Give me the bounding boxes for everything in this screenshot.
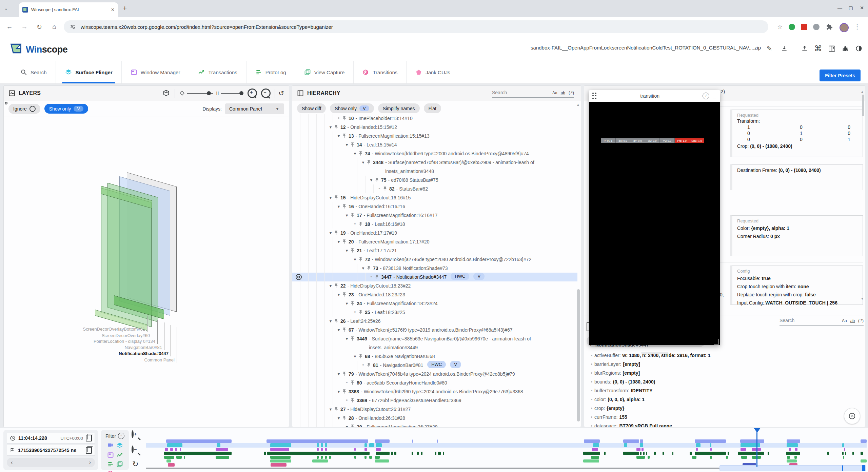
timeline-block[interactable]	[794, 456, 797, 459]
timeline-block[interactable]	[663, 452, 664, 455]
zoom-out-icon[interactable]: −	[261, 88, 271, 98]
timeline-block[interactable]	[170, 448, 173, 451]
expand-arrow-icon[interactable]: ▼	[328, 281, 334, 290]
expand-arrow-icon[interactable]: ▼	[360, 264, 366, 273]
upload-trace-icon[interactable]	[800, 43, 810, 54]
scroll-right-icon[interactable]: ›	[89, 459, 91, 466]
hierarchy-row-3369[interactable]: •3369- 67726bf EdgeBackGestureHandler0#3…	[292, 396, 577, 405]
timeline-block[interactable]	[354, 448, 356, 451]
tab-jank-cujs[interactable]: Jank CUJs	[407, 61, 459, 83]
timeline-block[interactable]	[412, 439, 413, 443]
hierarchy-row-68[interactable]: ▼68- 885b63e NavigationBar0#68	[292, 352, 577, 361]
timeline-block[interactable]	[710, 443, 711, 447]
timeline-block[interactable]	[165, 448, 168, 451]
frames-icon[interactable]	[116, 461, 123, 468]
reset-view-icon[interactable]: ↺	[278, 89, 284, 97]
timeline-block[interactable]	[267, 452, 370, 455]
tab-view-capture[interactable]: View Capture	[295, 61, 354, 83]
pin-icon[interactable]	[350, 334, 357, 341]
timeline-block[interactable]	[176, 456, 182, 459]
timeline-block[interactable]	[696, 443, 701, 447]
pin-icon[interactable]	[334, 405, 340, 412]
hierarchy-row-13[interactable]: ▼13- FullscreenMagnification:15:15#13	[292, 132, 577, 140]
timeline-block[interactable]	[168, 463, 175, 467]
info-icon[interactable]: i	[703, 93, 709, 99]
timeline-block[interactable]	[861, 459, 867, 463]
timeline-block[interactable]	[312, 459, 328, 463]
scroll-left-icon[interactable]: ‹	[11, 459, 13, 466]
expand-arrow-icon[interactable]: ▼	[344, 211, 350, 220]
timeline-block[interactable]	[845, 452, 846, 455]
hierarchy-row-73[interactable]: ▼73- 8736138 NotificationShade#73	[292, 264, 577, 273]
hierarchy-row-81[interactable]: •81- NavigationBar0#81HWCV	[292, 361, 577, 370]
tab-protolog[interactable]: ProtoLog	[246, 61, 295, 83]
layers-icon[interactable]	[116, 442, 123, 449]
property-item[interactable]: •currFrame: 155	[589, 413, 862, 421]
hierarchy-row-12[interactable]: ▼12- OneHanded:15:15#12	[292, 123, 577, 132]
pin-icon[interactable]	[366, 158, 373, 165]
timeline-block[interactable]	[728, 452, 729, 455]
timeline-block[interactable]	[375, 439, 390, 443]
timeline-block[interactable]	[216, 456, 229, 459]
hierarchy-row-19[interactable]: ▼19- OneHanded:17:17#19	[292, 229, 577, 237]
collapse-panel-button[interactable]	[844, 408, 860, 424]
timeline-block[interactable]	[844, 448, 845, 451]
properties-search[interactable]: Search Aa ab (.*)	[780, 318, 864, 326]
timeline-block[interactable]	[175, 448, 177, 451]
timeline-block[interactable]	[672, 452, 673, 455]
hierarchy-row-24[interactable]: ▼24- FullscreenMagnification:18:23#24	[292, 299, 577, 308]
timeline-block[interactable]	[325, 448, 327, 451]
pin-icon[interactable]	[342, 414, 349, 420]
timeline-block[interactable]	[164, 456, 174, 459]
timeline-block[interactable]	[843, 456, 844, 459]
timeline-block[interactable]	[364, 456, 367, 459]
expand-arrow-icon[interactable]: ▼	[328, 405, 334, 414]
timeline-block[interactable]	[180, 448, 181, 451]
filter-presets-button[interactable]: Filter Presets	[820, 70, 861, 81]
timeline-block[interactable]	[264, 452, 266, 455]
tab-transitions[interactable]: Transitions	[354, 61, 407, 83]
pin-icon[interactable]	[374, 176, 381, 182]
pin-icon[interactable]	[350, 396, 357, 403]
timeline-block[interactable]	[375, 456, 380, 459]
match-case-icon[interactable]: Aa	[552, 91, 557, 95]
hierarchy-row-16[interactable]: ▼16- OneHanded:16:16#16	[292, 202, 577, 211]
layer-label[interactable]: Common Panel	[39, 357, 175, 362]
expand-arrow-icon[interactable]: ▼	[336, 202, 342, 211]
timeline-block[interactable]	[369, 456, 372, 459]
hierarchy-scroll-up-icon[interactable]: ▲	[576, 103, 580, 106]
timeline-block[interactable]	[852, 452, 854, 455]
timeline-block[interactable]	[643, 452, 645, 455]
timeline-block[interactable]	[321, 456, 323, 459]
hierarchy-row-14[interactable]: ▼14- Leaf:15:15#14	[292, 140, 577, 149]
timeline-block[interactable]	[443, 452, 444, 455]
timeline-block[interactable]	[741, 456, 747, 459]
hierarchy-row-3447[interactable]: •3447- NotificationShade#3447HWCV	[292, 273, 577, 281]
pin-icon[interactable]	[366, 264, 373, 271]
pin-icon[interactable]	[334, 281, 340, 288]
property-item[interactable]: •bufferTransform: IDENTITY	[589, 386, 862, 395]
timeline-block[interactable]	[394, 452, 396, 455]
ignore-chip[interactable]: Ignore	[8, 104, 40, 114]
timeline-block[interactable]	[695, 452, 726, 455]
hierarchy-row-3368[interactable]: ▼3368- WindowToken{f6b2f60 type=2024 and…	[292, 387, 577, 396]
expand-arrow-icon[interactable]: ▼	[344, 140, 350, 149]
timeline-cursor-handle[interactable]	[754, 428, 761, 433]
property-item[interactable]: •crop: {empty}	[589, 404, 862, 413]
timeline-block[interactable]	[640, 443, 643, 447]
hierarchy-row-72[interactable]: ▼72- WindowToken{a2746de type=2040 andro…	[292, 255, 577, 264]
timeline-scrollbar[interactable]: ‹ ›	[7, 458, 95, 467]
tab-window-manager[interactable]: Window Manager	[122, 61, 190, 83]
layer-label[interactable]: PointerLocation - display 0#134	[20, 339, 155, 344]
pin-icon[interactable]	[342, 202, 349, 209]
timeline-block[interactable]	[726, 456, 728, 459]
property-item[interactable]: •barrierLayer: [empty]	[589, 360, 862, 369]
timeline-block[interactable]	[861, 439, 867, 443]
expand-arrow-icon[interactable]: ▼	[368, 176, 374, 184]
hierarchy-row-22[interactable]: ▼22- HideDisplayCutout:18:23#22	[292, 281, 577, 290]
hierarchy-row-80[interactable]: •80- ace6abb SecondaryHomeHandle0#80	[292, 378, 577, 387]
timeline-cursor[interactable]	[756, 432, 757, 467]
timeline-block[interactable]	[329, 456, 331, 459]
window-maximize-icon[interactable]: ▢	[849, 5, 853, 11]
timeline-block[interactable]	[624, 443, 627, 447]
